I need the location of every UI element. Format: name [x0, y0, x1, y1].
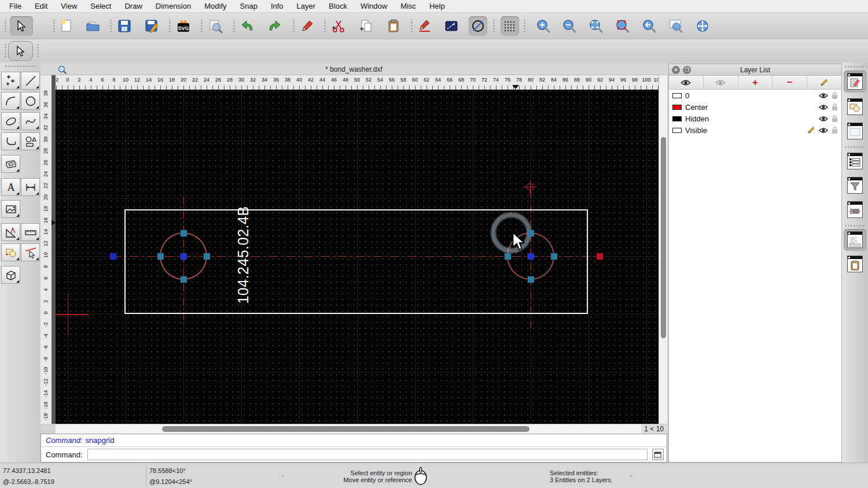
handle-left-circle-w[interactable]	[157, 253, 164, 260]
show-all-layers-button[interactable]	[669, 76, 704, 89]
handle-left-circle-s[interactable]	[181, 276, 187, 283]
zoom-previous-button[interactable]	[640, 16, 659, 36]
handle-left-circle-n[interactable]	[181, 230, 187, 236]
polyline-tool-button[interactable]	[1, 132, 20, 150]
command-input[interactable]	[87, 449, 648, 460]
draft-mode-toggle-button[interactable]	[469, 16, 487, 36]
command-line-dock-button[interactable]	[844, 229, 866, 251]
select-arrow-button[interactable]	[10, 16, 33, 36]
remove-layer-button[interactable]: −	[773, 76, 807, 89]
circle-tool-button[interactable]	[21, 92, 40, 110]
palette-handle[interactable]	[5, 65, 36, 67]
document-tab-bar[interactable]: * bond_washer.dxf	[41, 64, 667, 75]
zoom-out-button[interactable]	[560, 16, 579, 36]
layer-color-swatch[interactable]	[672, 105, 682, 110]
print-preview-button[interactable]	[206, 16, 225, 36]
close-panel-icon[interactable]: ✕	[672, 66, 680, 74]
edit-pen-button[interactable]	[298, 16, 317, 36]
dimension-tool-button[interactable]	[21, 178, 40, 196]
layer-color-swatch[interactable]	[672, 128, 682, 133]
vertical-scrollbar-thumb[interactable]	[661, 137, 666, 338]
edit-layer-button[interactable]	[807, 76, 841, 89]
new-file-button[interactable]	[57, 16, 76, 36]
svg-export-button[interactable]: SVG	[174, 16, 193, 36]
polygon-tool-button[interactable]	[21, 132, 40, 150]
menu-info[interactable]: Info	[271, 2, 284, 10]
centerline-handle-right[interactable]	[597, 253, 603, 260]
layer-visibility-icon[interactable]	[819, 104, 828, 110]
zoom-auto-button[interactable]	[587, 16, 605, 36]
ellipse-tool-button[interactable]	[1, 112, 20, 130]
spline-tool-button[interactable]	[21, 112, 40, 130]
copy-button[interactable]	[357, 16, 376, 36]
layer-row-0[interactable]: 0	[669, 90, 841, 101]
handle-right-circle-s[interactable]	[528, 276, 534, 283]
snap-grid-toggle-button[interactable]	[501, 16, 519, 36]
library-browser-dock-button[interactable]	[844, 120, 866, 142]
strip-handle[interactable]	[844, 66, 866, 68]
point-tool-button[interactable]	[1, 72, 20, 90]
add-layer-button[interactable]: +	[738, 76, 773, 89]
selection-tool-button[interactable]	[8, 41, 33, 61]
layer-color-swatch[interactable]	[672, 116, 682, 121]
measure-tool-button[interactable]	[1, 223, 20, 241]
hide-all-layers-button[interactable]	[704, 76, 738, 89]
line-tool-button[interactable]	[21, 72, 40, 90]
menu-snap[interactable]: Snap	[240, 2, 258, 10]
layer-lock-icon[interactable]	[832, 103, 838, 111]
menu-draw[interactable]: Draw	[124, 2, 142, 10]
horizontal-scrollbar[interactable]: 1 < 10	[56, 424, 667, 434]
menu-help[interactable]: Help	[429, 2, 445, 10]
handle-left-circle-e[interactable]	[204, 253, 210, 260]
undo-button[interactable]	[238, 16, 257, 36]
part-number-label[interactable]: 104.245.02.4B	[235, 200, 252, 310]
menu-view[interactable]: View	[61, 2, 77, 10]
handle-right-circle-w[interactable]	[505, 253, 511, 260]
menu-dimension[interactable]: Dimension	[156, 2, 191, 10]
save-as-button[interactable]	[142, 16, 161, 36]
text-tool-button[interactable]: A	[1, 178, 20, 196]
layer-row-hidden[interactable]: Hidden	[669, 113, 841, 124]
menu-window[interactable]: Window	[361, 2, 387, 10]
right-circle-center-point[interactable]	[527, 253, 535, 260]
centerline-handle-left[interactable]	[110, 253, 116, 260]
handle-right-circle-n[interactable]	[528, 230, 534, 236]
layer-visibility-icon[interactable]	[819, 93, 828, 99]
open-file-button[interactable]	[84, 16, 102, 36]
ruler-tool-button[interactable]	[21, 223, 40, 241]
command-options-button[interactable]	[652, 449, 664, 460]
menu-block[interactable]: Block	[329, 2, 347, 10]
layer-visibility-icon[interactable]	[819, 116, 828, 122]
clipboard-dock-button[interactable]	[844, 253, 866, 275]
menu-select[interactable]: Select	[90, 2, 111, 10]
layer-row-visible[interactable]: Visible	[669, 124, 841, 136]
layer-color-swatch[interactable]	[672, 93, 682, 98]
solid-tool-button[interactable]	[1, 266, 20, 284]
drawing-canvas[interactable]: 104.245.02.4B	[56, 90, 659, 424]
paste-button[interactable]	[384, 16, 403, 36]
cut-button[interactable]	[329, 16, 348, 36]
block-list-dock-button[interactable]	[844, 96, 866, 118]
horizontal-scrollbar-thumb[interactable]	[162, 426, 529, 432]
layer-lock-icon[interactable]	[832, 115, 838, 123]
property-editor-dock-button[interactable]	[844, 150, 866, 172]
layer-lock-icon[interactable]	[832, 127, 838, 134]
layer-row-center[interactable]: Center	[669, 101, 841, 113]
handle-right-circle-e[interactable]	[551, 253, 557, 260]
menu-file[interactable]: File	[9, 2, 21, 10]
save-button[interactable]	[115, 16, 134, 36]
menu-misc[interactable]: Misc	[400, 2, 416, 10]
menu-layer[interactable]: Layer	[297, 2, 316, 10]
line-properties-button[interactable]	[442, 16, 461, 36]
hatch-tool-button[interactable]	[1, 155, 20, 173]
layer-visibility-icon[interactable]	[819, 127, 828, 134]
deselect-tool-button[interactable]	[21, 243, 40, 261]
selection-filter-dock-button[interactable]	[844, 175, 866, 197]
horizontal-scrollbar-track[interactable]	[56, 424, 641, 434]
float-panel-icon[interactable]: ❐	[683, 66, 691, 74]
menu-edit[interactable]: Edit	[35, 2, 47, 10]
vertical-scrollbar[interactable]	[659, 75, 667, 424]
left-circle-center-point[interactable]	[180, 253, 187, 260]
viewport-dock-button[interactable]	[844, 199, 866, 221]
zoom-pan-button[interactable]	[693, 16, 712, 36]
